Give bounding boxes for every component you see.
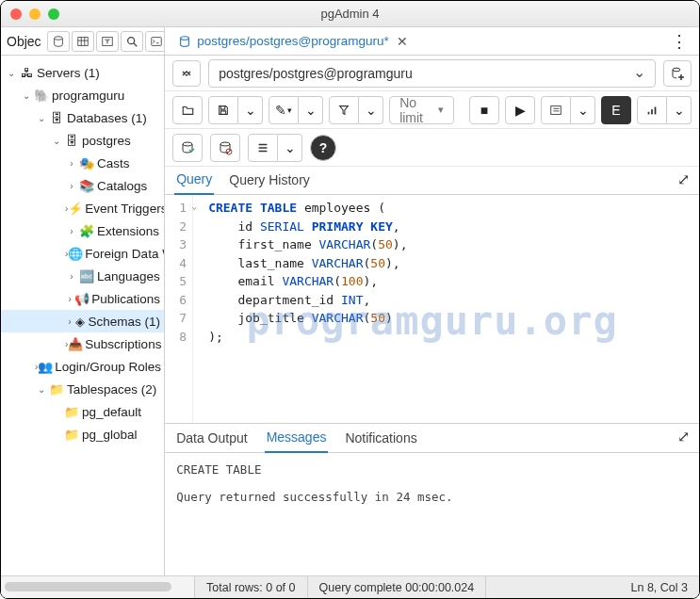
svg-point-6 (127, 37, 134, 43)
tree-item[interactable]: ›📢Publications (1, 287, 164, 310)
search-icon[interactable] (121, 31, 143, 52)
sql-code[interactable]: CREATE TABLE employees ( id SERIAL PRIMA… (193, 195, 407, 423)
extensions-icon: 🧩 (78, 224, 95, 238)
tablespaces-icon: 📁 (48, 382, 65, 397)
fdw-icon: 🌐 (68, 247, 83, 261)
macro-list-button[interactable] (248, 134, 278, 162)
filter-rows-icon[interactable] (96, 31, 119, 52)
stop-button[interactable]: ■ (469, 96, 499, 124)
expand-toggle[interactable]: ⌄ (35, 113, 48, 123)
status-rows: Total rows: 0 of 0 (195, 576, 308, 598)
messages-output: CREATE TABLE Query returned successfully… (165, 453, 699, 575)
expand-toggle[interactable]: ⌄ (20, 90, 33, 101)
tree-item[interactable]: 📁pg_global (1, 423, 164, 445)
tree-item[interactable]: ⌄📁Tablespaces (2) (1, 378, 164, 400)
browser-label: Objec (7, 34, 41, 49)
filter-button[interactable] (329, 96, 359, 124)
psql-icon[interactable] (145, 31, 166, 52)
help-button[interactable]: ? (310, 135, 336, 161)
connection-status-icon[interactable] (172, 60, 201, 87)
macro-list-dropdown[interactable]: ⌄ (278, 134, 302, 162)
connection-select[interactable]: postgres/postgres@programguru (208, 59, 656, 88)
status-cursor: Ln 8, Col 3 (620, 576, 699, 598)
tree-label: programguru (52, 89, 124, 103)
tree-item[interactable]: ›🎭Casts (1, 152, 164, 174)
svg-rect-18 (655, 106, 657, 114)
execute-button[interactable]: ▶ (505, 96, 535, 124)
close-tab-icon[interactable]: ✕ (397, 34, 408, 49)
tree-item[interactable]: ›◈Schemas (1) (1, 310, 164, 332)
tree-item[interactable]: ›📚Catalogs (1, 174, 164, 197)
tab-data-output[interactable]: Data Output (174, 425, 250, 452)
tree-item[interactable]: ›⚡Event Triggers (1, 197, 164, 219)
roles-icon: 👥 (38, 360, 53, 374)
svg-point-9 (181, 36, 189, 40)
tab-menu-icon[interactable]: ⋮ (667, 31, 692, 52)
editor-tab[interactable]: postgres/postgres@programguru* ✕ (172, 30, 414, 53)
expand-toggle[interactable]: › (65, 271, 78, 282)
rollback-button[interactable] (210, 134, 240, 162)
expand-editor-icon[interactable]: ⤢ (677, 170, 690, 188)
expand-toggle[interactable]: › (65, 181, 78, 191)
tree-label: Databases (1) (67, 111, 147, 125)
query-tool-icon[interactable] (47, 31, 70, 52)
tree-item[interactable]: ⌄🖧Servers (1) (1, 61, 164, 84)
save-dropdown[interactable]: ⌄ (238, 96, 263, 124)
open-file-button[interactable] (172, 96, 203, 124)
explain-button[interactable] (541, 96, 571, 124)
publications-icon: 📢 (74, 292, 90, 306)
languages-icon: 🔤 (78, 269, 95, 283)
macros-dropdown[interactable]: ⌄ (667, 96, 692, 124)
tab-query[interactable]: Query (174, 166, 214, 195)
expand-toggle[interactable]: › (65, 226, 78, 236)
tree-item[interactable]: ›🧩Extensions (1, 219, 164, 242)
expand-toggle[interactable]: › (65, 158, 78, 169)
catalogs-icon: 📚 (78, 179, 95, 193)
tree-item[interactable]: ›🔤Languages (1, 265, 164, 287)
edit-dropdown[interactable]: ⌄ (299, 96, 323, 124)
browser-toolbar: Objec (1, 27, 164, 56)
tree-item[interactable]: ⌄🗄postgres (1, 129, 164, 152)
tree-label: postgres (82, 134, 131, 148)
fold-icon[interactable]: ⌄ (191, 201, 197, 211)
svg-rect-8 (151, 37, 161, 45)
expand-toggle[interactable]: ⌄ (50, 136, 63, 146)
tab-messages[interactable]: Messages (265, 424, 329, 453)
svg-point-20 (220, 142, 230, 146)
limit-select[interactable]: No limit▾ (389, 96, 454, 124)
horizontal-scrollbar[interactable] (1, 576, 195, 598)
filter-dropdown[interactable]: ⌄ (359, 96, 383, 124)
expand-output-icon[interactable]: ⤢ (677, 428, 690, 445)
tab-notifications[interactable]: Notifications (343, 425, 418, 452)
object-tree[interactable]: ⌄🖧Servers (1)⌄🐘programguru⌄🗄Databases (1… (1, 56, 164, 575)
macros-button[interactable] (637, 96, 667, 124)
tree-item[interactable]: ›📥Subscriptions (1, 332, 164, 355)
tree-item[interactable]: ⌄🗄Databases (1) (1, 106, 164, 129)
explain-dropdown[interactable]: ⌄ (571, 96, 595, 124)
tree-label: Extensions (97, 224, 159, 238)
tree-label: Subscriptions (85, 337, 161, 351)
tree-item[interactable]: ⌄🐘programguru (1, 84, 164, 106)
output-line: CREATE TABLE (176, 462, 688, 477)
expand-toggle[interactable]: › (65, 316, 74, 327)
object-browser: Objec ⌄🖧Servers (1)⌄🐘programguru⌄🗄Databa… (1, 27, 165, 575)
svg-rect-17 (651, 109, 653, 114)
sql-editor[interactable]: 12345678 ⌄ CREATE TABLE employees ( id S… (165, 195, 699, 423)
explain-analyze-button[interactable]: E (601, 96, 631, 124)
edit-button[interactable]: ✎▾ (269, 96, 299, 124)
server-icon: 🐘 (33, 89, 50, 103)
tree-label: pg_default (82, 405, 141, 419)
tree-item[interactable]: ›🌐Foreign Data W (1, 242, 164, 265)
tree-item[interactable]: ›👥Login/Group Roles (1, 355, 164, 378)
commit-button[interactable] (172, 134, 203, 162)
new-connection-icon[interactable] (663, 60, 692, 87)
tree-item[interactable]: 📁pg_default (1, 400, 164, 423)
expand-toggle[interactable]: › (65, 294, 74, 304)
titlebar: pgAdmin 4 (1, 1, 699, 27)
expand-toggle[interactable]: ⌄ (5, 68, 18, 78)
save-button[interactable] (208, 96, 238, 124)
tab-query-history[interactable]: Query History (227, 167, 312, 194)
tree-label: Languages (97, 269, 160, 283)
expand-toggle[interactable]: ⌄ (35, 384, 48, 395)
view-data-icon[interactable] (72, 31, 94, 52)
